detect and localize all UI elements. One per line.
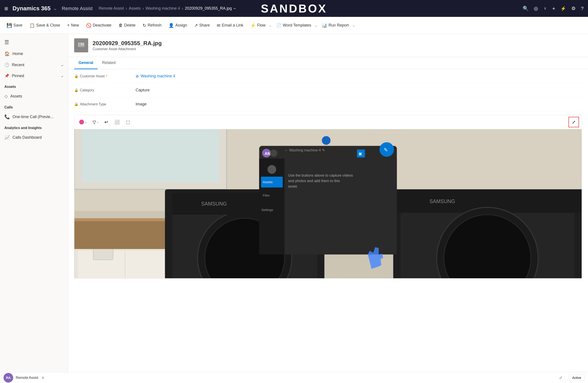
customer-asset-value[interactable]: ⊛ Washing machine 4 — [136, 74, 175, 79]
save-close-button[interactable]: 📋 Save & Close — [26, 21, 63, 30]
save-close-icon: 📋 — [29, 23, 35, 28]
user-avatar: RA — [3, 373, 13, 383]
user-initials: RA — [6, 376, 11, 380]
crop-button[interactable]: ⬜ — [112, 118, 122, 126]
expand-button[interactable]: ⤢ — [568, 117, 579, 127]
top-navigation: ⊞ Dynamics 365 ⌵ Remote Assist Remote As… — [0, 0, 588, 17]
breadcrumb-overflow[interactable]: •• — [234, 7, 236, 10]
refresh-label: Refresh — [148, 23, 162, 28]
dynamics-dropdown-icon[interactable]: ⌵ — [54, 6, 56, 11]
breadcrumb-item-1[interactable]: Remote Assist — [99, 6, 124, 11]
content-area: 20200929_095355_RA.jpg Customer Asset At… — [68, 34, 588, 372]
image-display: SAMSUNG SAMSUNG 58 — [74, 129, 582, 278]
recent-chevron-icon: ⌵ — [61, 62, 63, 67]
delete-icon: 🗑 — [119, 23, 123, 28]
save-button[interactable]: 💾 Save — [3, 21, 25, 30]
lock-icon-2: 🔒 — [74, 88, 79, 92]
word-templates-button-group: 📄 Word Templates ⌵ — [273, 21, 318, 30]
share-button[interactable]: ↗ Share — [191, 21, 213, 30]
svg-point-35 — [270, 150, 277, 157]
assign-label: Assign — [175, 23, 187, 28]
new-icon: + — [67, 23, 70, 28]
sidebar-section-calls: Calls — [0, 102, 68, 111]
rotate-button[interactable]: ⬚ — [124, 118, 132, 126]
attachment-type-value: Image — [136, 102, 147, 107]
sidebar-section-analytics: Analytics and Insights — [0, 122, 68, 132]
save-close-label: Save & Close — [36, 23, 60, 28]
sidebar-toggle[interactable]: ☰ — [0, 37, 68, 48]
delete-label: Delete — [124, 23, 136, 28]
sidebar-item-home[interactable]: 🏠 Home — [0, 48, 68, 59]
settings-icon[interactable]: ◎ — [534, 6, 538, 11]
sidebar-one-time-call-label: One-time Call (Previe... — [13, 115, 54, 119]
new-label: New — [71, 23, 79, 28]
form-row-attachment-type: 🔒 Attachment Type Image — [74, 97, 582, 111]
delete-button[interactable]: 🗑 Delete — [115, 21, 139, 30]
tab-general[interactable]: General — [74, 57, 98, 69]
filter-icon[interactable]: ⚡ — [561, 6, 566, 11]
waffle-menu-icon[interactable]: ⊞ — [4, 6, 8, 11]
flow-dropdown-arrow[interactable]: ⌵ — [269, 22, 272, 29]
image-viewer: ⌵ ▽ ⌵ ↩ ⬜ ⬚ ⤢ — [74, 115, 582, 278]
sidebar-assets-label: Assets — [10, 94, 22, 99]
flow-icon: ⚡ — [250, 23, 256, 28]
app-name-footer: Remote Assist — [16, 376, 38, 380]
color-picker-button[interactable]: ⌵ — [77, 118, 89, 126]
bottom-bar: RA Remote Assist ∧ ⤢ Active — [0, 372, 588, 383]
sidebar-item-pinned[interactable]: 📌 Pinned ⌵ — [0, 70, 68, 81]
sidebar-item-calls-dashboard[interactable]: 📈 Calls Dashboard — [0, 132, 68, 143]
deactivate-button[interactable]: 🚫 Deactivate — [83, 21, 115, 30]
svg-text:← Washing machine 4  ✎: ← Washing machine 4 ✎ — [285, 148, 325, 152]
module-name: Remote Assist — [62, 6, 93, 11]
svg-text:Settings: Settings — [261, 208, 273, 212]
collapse-icon[interactable]: ∧ — [42, 376, 44, 380]
image-svg: SAMSUNG SAMSUNG 58 — [74, 129, 582, 278]
sidebar: ☰ 🏠 Home 🕐 Recent ⌵ 📌 Pinned ⌵ Assets ◇ … — [0, 34, 68, 372]
svg-rect-46 — [285, 159, 397, 255]
flow-button-group: ⚡ Flow ⌵ — [247, 21, 272, 30]
sidebar-item-recent[interactable]: 🕐 Recent ⌵ — [0, 59, 68, 70]
gear-icon[interactable]: ⚙ — [571, 6, 576, 11]
customer-asset-link-text[interactable]: Washing machine 4 — [141, 74, 175, 78]
word-templates-dropdown-arrow[interactable]: ⌵ — [314, 22, 318, 29]
color-dot — [79, 120, 84, 124]
deactivate-icon: 🚫 — [86, 23, 91, 28]
refresh-button[interactable]: ↻ Refresh — [140, 21, 165, 30]
deactivate-label: Deactivate — [93, 23, 111, 28]
one-time-call-icon: 📞 — [4, 114, 10, 119]
svg-text:SAMSUNG: SAMSUNG — [201, 201, 227, 207]
crop-icon: ⬜ — [114, 119, 120, 125]
assign-button[interactable]: 👤 Assign — [166, 21, 190, 30]
sidebar-item-one-time-call[interactable]: 📞 One-time Call (Previe... — [0, 111, 68, 122]
assets-icon: ◇ — [4, 94, 8, 99]
run-report-dropdown-arrow[interactable]: ⌵ — [352, 22, 356, 29]
flow-label: Flow — [257, 23, 266, 28]
status-expand-button[interactable]: ⤢ — [556, 373, 566, 383]
search-icon[interactable]: 🔍 — [523, 6, 528, 11]
share-icon: ↗ — [194, 23, 198, 28]
email-link-label: Email a Link — [222, 23, 243, 28]
color-picker-dropdown-icon: ⌵ — [85, 120, 86, 124]
svg-text:✎: ✎ — [384, 147, 388, 153]
sidebar-item-assets[interactable]: ◇ Assets — [0, 91, 68, 102]
svg-text:Files: Files — [263, 194, 270, 197]
svg-text:and photos and add them to thi: and photos and add them to this — [288, 179, 340, 183]
breadcrumb-item-2[interactable]: Assets — [129, 6, 141, 11]
pointer-tool-button[interactable]: ▽ ⌵ — [90, 118, 101, 126]
word-templates-button[interactable]: 📄 Word Templates — [273, 21, 314, 30]
record-avatar — [74, 38, 88, 52]
question-icon[interactable]: ? — [581, 6, 584, 11]
pointer-tool-icon: ▽ — [93, 119, 96, 125]
breadcrumb-item-3[interactable]: Washing machine 4 — [146, 6, 180, 11]
undo-button[interactable]: ↩ — [102, 118, 110, 126]
main-layout: ☰ 🏠 Home 🕐 Recent ⌵ 📌 Pinned ⌵ Assets ◇ … — [0, 34, 588, 372]
email-link-button[interactable]: ✉ Email a Link — [214, 21, 246, 30]
new-button[interactable]: + New — [64, 21, 82, 30]
flow-button[interactable]: ⚡ Flow — [247, 21, 269, 30]
record-info: 20200929_095355_RA.jpg Customer Asset At… — [93, 40, 162, 51]
help-icon[interactable]: ♀ — [543, 6, 547, 11]
form-row-customer-asset: 🔒 Customer Asset * ⊛ Washing machine 4 — [74, 69, 582, 83]
tab-related[interactable]: Related — [98, 57, 120, 69]
run-report-button[interactable]: 📊 Run Report — [318, 21, 352, 30]
add-icon[interactable]: + — [552, 5, 555, 12]
